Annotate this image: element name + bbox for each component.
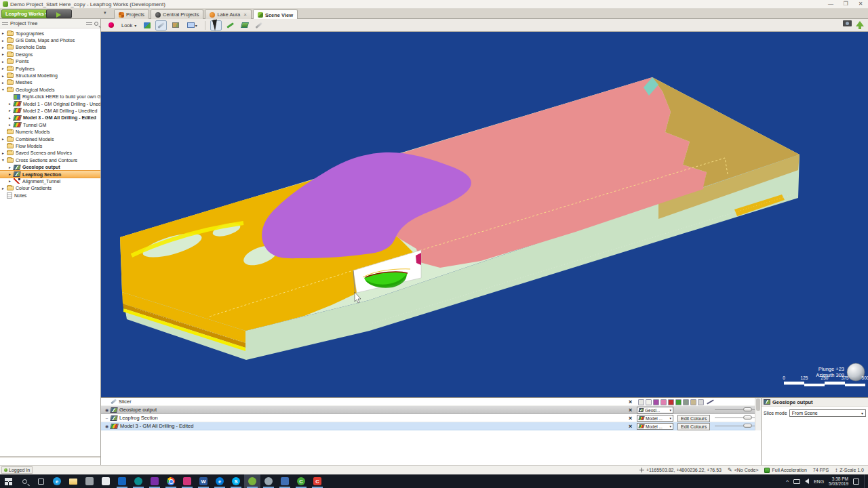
slider-handle[interactable] xyxy=(743,407,752,411)
taskbar-camtasia-icon[interactable]: C xyxy=(293,474,309,488)
scrollbar-thumb[interactable] xyxy=(756,399,760,411)
tree-item-borehole-data[interactable]: ▸Borehole Data xyxy=(0,44,100,51)
slice-mode-icon-2[interactable] xyxy=(653,399,659,405)
tree-item-polylines[interactable]: ▸Polylines xyxy=(0,65,100,72)
tab-close-icon[interactable]: × xyxy=(243,12,247,18)
leapfrog-works-menu-button[interactable]: Leapfrog Works ▾ xyxy=(1,9,52,18)
expander-right-icon[interactable]: ▸ xyxy=(2,186,7,190)
tree-item-notes[interactable]: Notes xyxy=(0,192,100,199)
slice-mode-icon-6[interactable] xyxy=(683,399,689,405)
slice-mode-icon-5[interactable] xyxy=(675,399,682,405)
visibility-eye-icon[interactable]: ◉ xyxy=(103,407,111,412)
taskbar-word-icon[interactable]: W xyxy=(195,474,212,488)
processing-play-button[interactable] xyxy=(46,9,72,18)
shape-row-model3[interactable]: ◉ Model 3 - GM All Drilling - Edited × M… xyxy=(101,422,761,430)
tab-scene-view[interactable]: Scene View xyxy=(253,9,298,20)
scene-3d-viewport[interactable]: Plunge +23 Azimuth 309 0 125 250 375 500 xyxy=(101,32,868,397)
expander-right-icon[interactable]: ▸ xyxy=(2,137,7,141)
camera-icon[interactable] xyxy=(843,20,852,26)
taskbar-mail-icon[interactable] xyxy=(98,474,114,488)
taskbar-edge-icon[interactable]: e xyxy=(49,474,65,488)
remove-icon[interactable]: × xyxy=(629,398,632,406)
tree-item-model-2-gm-all-drilling-unedited[interactable]: ▸Model 2 - GM All Drilling - Unedited xyxy=(0,107,100,114)
minimize-button[interactable]: — xyxy=(823,0,838,8)
expander-right-icon[interactable]: ▸ xyxy=(2,31,7,35)
tree-item-designs[interactable]: ▸Designs xyxy=(0,51,100,58)
show-desktop-button[interactable] xyxy=(864,474,867,488)
edit-colours-button[interactable]: Edit Colours xyxy=(677,423,710,430)
slice-mode-icon-4[interactable] xyxy=(668,399,674,405)
tree-item-model-3-gm-all-drilling-edited[interactable]: ▸Model 3 - GM All Drilling - Edited xyxy=(0,115,100,121)
slider-handle[interactable] xyxy=(743,424,752,428)
tree-item-geoslope-output[interactable]: ▸Geoslope output xyxy=(0,163,100,170)
speaker-icon[interactable] xyxy=(805,479,809,484)
draw-plane-tool-button[interactable] xyxy=(239,20,250,30)
ruler-tool-button[interactable] xyxy=(170,20,181,30)
taskbar-file-explorer-icon[interactable] xyxy=(65,474,81,488)
expander-down-icon[interactable]: ▾ xyxy=(2,158,7,162)
expander-right-icon[interactable]: ▸ xyxy=(2,74,7,78)
tree-item-alignment-tunnel[interactable]: ▸Alignment_Tunnel xyxy=(0,178,100,184)
shape-list-scrollbar[interactable] xyxy=(755,398,761,430)
expander-right-icon[interactable]: ▸ xyxy=(2,60,7,64)
taskbar-edge-window-icon[interactable]: e xyxy=(212,474,228,488)
network-icon[interactable] xyxy=(793,479,800,484)
expander-right-icon[interactable]: ▸ xyxy=(2,52,7,56)
taskbar-app-purple-icon[interactable] xyxy=(146,474,163,488)
tab-central-projects[interactable]: Central Projects xyxy=(151,9,203,19)
measure-tool-button[interactable] xyxy=(253,20,264,30)
move-scene-tool-button[interactable] xyxy=(141,20,153,30)
upload-share-icon[interactable] xyxy=(856,21,864,26)
colouring-dropdown[interactable]: Model ... ▾ xyxy=(637,415,673,422)
expander-right-icon[interactable]: ▸ xyxy=(2,66,7,70)
taskbar-app-pink-icon[interactable] xyxy=(179,474,195,488)
tree-options-icon[interactable] xyxy=(86,22,92,26)
slice-mode-icon-0[interactable] xyxy=(638,399,644,405)
tree-item-leapfrog-section[interactable]: ▸Leapfrog Section xyxy=(0,171,100,178)
language-indicator[interactable]: ENG xyxy=(814,479,824,484)
tree-item-combined-models[interactable]: ▸Combined Models xyxy=(0,136,100,142)
tree-item-right-click-here-to-build-your-own-gm[interactable]: Right-click HERE to build your own GM xyxy=(0,94,100,100)
taskbar-app-cube-icon[interactable] xyxy=(277,474,293,488)
taskbar-app-red-icon[interactable]: C xyxy=(309,474,326,488)
tree-item-meshes[interactable]: ▸Meshes xyxy=(0,79,100,86)
tree-item-cross-sections-and-contours[interactable]: ▾Cross Sections and Contours xyxy=(0,157,100,163)
tree-item-points[interactable]: ▸Points xyxy=(0,58,100,65)
notification-center-icon[interactable] xyxy=(853,479,859,485)
expander-right-icon[interactable]: ▸ xyxy=(2,81,7,85)
visibility-eye-icon[interactable]: – xyxy=(103,416,111,420)
draw-line-tool-button[interactable] xyxy=(224,20,236,30)
slice-mode-icon-8[interactable] xyxy=(698,399,704,405)
opacity-slider[interactable] xyxy=(715,418,757,418)
edit-colours-button[interactable]: Edit Colours xyxy=(677,415,710,422)
tree-search-icon[interactable] xyxy=(94,22,98,26)
opacity-slider[interactable] xyxy=(715,426,757,426)
colouring-dropdown[interactable]: Model ... ▾ xyxy=(637,423,673,430)
tree-panel-splitter[interactable] xyxy=(0,456,100,458)
remove-icon[interactable]: × xyxy=(629,414,632,422)
opacity-slider[interactable] xyxy=(715,409,757,410)
z-scale-indicator[interactable]: ↕Z-Scale 1.0 xyxy=(835,467,864,473)
scene-target-button[interactable] xyxy=(105,20,117,30)
slicer-tool-button[interactable] xyxy=(155,20,167,30)
tab-overflow-caret[interactable]: ▾ xyxy=(104,10,106,16)
taskbar-chrome-icon[interactable] xyxy=(163,474,179,488)
tab-lake-aura[interactable]: Lake Aura× xyxy=(205,9,251,19)
taskbar-leapfrog-works-icon[interactable] xyxy=(244,474,260,488)
taskbar-store-icon[interactable] xyxy=(81,474,98,488)
colouring-dropdown[interactable]: Geosl... ▾ xyxy=(637,407,673,413)
taskbar-app-teal-icon[interactable] xyxy=(130,474,146,488)
taskbar-clock[interactable]: 3:38 PM 5/03/2019 xyxy=(829,476,848,487)
select-tool-button[interactable] xyxy=(210,20,222,30)
taskbar-task-view-icon[interactable] xyxy=(33,474,49,488)
slice-mode-icon-1[interactable] xyxy=(646,399,652,405)
remove-icon[interactable]: × xyxy=(629,406,632,414)
slider-handle[interactable] xyxy=(743,415,752,420)
tree-item-numeric-models[interactable]: Numeric Models xyxy=(0,128,100,135)
shape-row-slicer[interactable]: Slicer × xyxy=(101,398,761,406)
taskbar-skype-icon[interactable]: S xyxy=(228,474,244,488)
tree-item-structural-modelling[interactable]: ▸Structural Modelling xyxy=(0,72,100,79)
slice-mode-select[interactable]: From Scene ▾ xyxy=(789,409,866,417)
close-button[interactable]: ✕ xyxy=(853,0,868,8)
interval-tool-button[interactable]: ▾ xyxy=(184,20,200,30)
